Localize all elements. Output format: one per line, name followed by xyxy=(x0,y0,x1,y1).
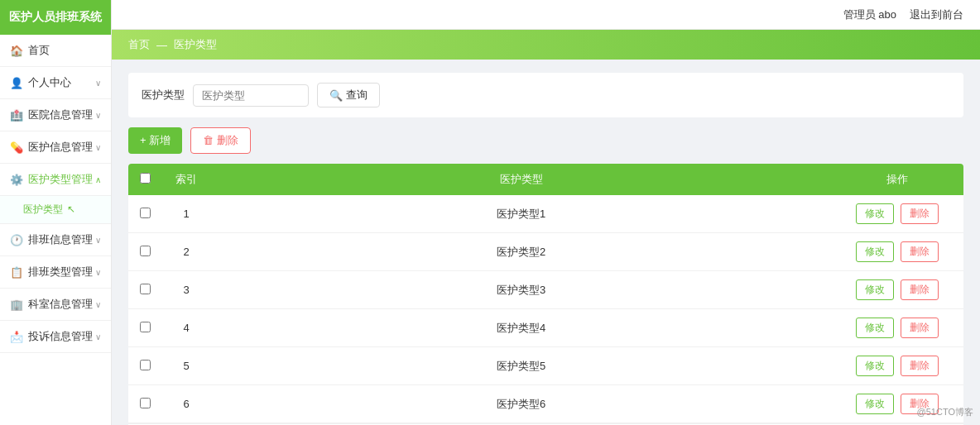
content-area: 医护类型 🔍 查询 + 新增 🗑 删除 xyxy=(112,60,980,425)
batch-delete-button[interactable]: 🗑 删除 xyxy=(190,127,251,154)
row-checkbox[interactable] xyxy=(140,208,151,218)
header-ops: 操作 xyxy=(831,164,963,195)
main-content: 管理员 abo 退出到前台 首页 — 医护类型 医护类型 🔍 查询 + 新增 🗑… xyxy=(112,0,980,425)
row-checkbox-cell xyxy=(128,347,161,385)
delete-row-button[interactable]: 删除 xyxy=(901,203,939,224)
sidebar-sub-label: 医护类型 xyxy=(23,203,63,215)
sidebar-item-complaint[interactable]: 📩 投诉信息管理 ∨ xyxy=(0,321,111,353)
table-row: 5 医护类型5 修改 删除 xyxy=(128,347,963,385)
row-checkbox-cell xyxy=(128,271,161,309)
breadcrumb: 首页 — 医护类型 xyxy=(112,30,980,60)
edit-button[interactable]: 修改 xyxy=(856,394,894,414)
row-checkbox-cell xyxy=(128,233,161,271)
sidebar-item-dept[interactable]: 🏢 科室信息管理 ∨ xyxy=(0,289,111,321)
breadcrumb-current: 医护类型 xyxy=(174,37,217,52)
mail-icon: 📩 xyxy=(10,331,23,343)
sidebar-item-complaint-label: 投诉信息管理 xyxy=(28,329,93,344)
cursor-indicator: ↖ xyxy=(67,203,75,215)
add-button[interactable]: + 新增 xyxy=(128,127,182,154)
clock-icon: 🕐 xyxy=(10,234,23,246)
chevron-down-icon-5: ∨ xyxy=(95,236,101,245)
delete-icon: 🗑 xyxy=(203,134,214,146)
row-checkbox[interactable] xyxy=(140,246,151,256)
sidebar-title: 医护人员排班系统 xyxy=(0,0,111,35)
breadcrumb-separator: — xyxy=(156,39,167,51)
row-checkbox[interactable] xyxy=(140,360,151,370)
chevron-down-icon-3: ∨ xyxy=(95,143,101,152)
row-actions: 修改 删除 xyxy=(831,271,963,309)
sidebar-item-nurse-info-label: 医护信息管理 xyxy=(28,140,93,155)
row-checkbox[interactable] xyxy=(140,322,151,332)
sidebar-item-personal-label: 个人中心 xyxy=(28,75,71,90)
delete-row-button[interactable]: 删除 xyxy=(901,356,939,376)
sidebar-item-shift-info[interactable]: 🕐 排班信息管理 ∨ xyxy=(0,224,111,256)
sidebar-item-shift-type-label: 排班类型管理 xyxy=(28,265,93,279)
sidebar-item-hospital[interactable]: 🏥 医院信息管理 ∨ xyxy=(0,99,111,131)
delete-row-button[interactable]: 删除 xyxy=(901,241,939,262)
edit-button[interactable]: 修改 xyxy=(856,318,894,338)
select-all-checkbox[interactable] xyxy=(140,173,151,184)
list-icon: 📋 xyxy=(10,266,23,279)
search-button[interactable]: 🔍 查询 xyxy=(317,83,380,107)
admin-info: 管理员 abo xyxy=(843,7,896,22)
sidebar-item-nurse-info[interactable]: 💊 医护信息管理 ∨ xyxy=(0,131,111,164)
chevron-down-icon: ∨ xyxy=(95,79,101,88)
row-checkbox[interactable] xyxy=(140,398,151,408)
sidebar-item-hospital-label: 医院信息管理 xyxy=(28,107,93,122)
table-row: 1 医护类型1 修改 删除 xyxy=(128,195,963,233)
gear-icon: ⚙️ xyxy=(10,174,23,186)
header-checkbox-col xyxy=(128,164,161,195)
table-row: 4 医护类型4 修改 删除 xyxy=(128,309,963,347)
edit-button[interactable]: 修改 xyxy=(856,356,894,376)
breadcrumb-home[interactable]: 首页 xyxy=(128,37,150,52)
logout-button[interactable]: 退出到前台 xyxy=(910,7,963,22)
row-index: 2 xyxy=(161,233,211,271)
sidebar-item-dept-label: 科室信息管理 xyxy=(28,297,93,312)
batch-delete-label: 删除 xyxy=(217,134,238,146)
filter-label: 医护类型 xyxy=(142,88,185,103)
hospital-icon: 🏥 xyxy=(10,109,23,122)
nurse-icon: 💊 xyxy=(10,141,23,154)
edit-button[interactable]: 修改 xyxy=(856,241,894,262)
row-type: 医护类型1 xyxy=(211,195,831,233)
search-button-label: 查询 xyxy=(346,88,368,103)
data-table: 索引 医护类型 操作 1 医护类型1 修改 删除 2 医护类型2 xyxy=(128,164,963,425)
sidebar-item-shift-info-label: 排班信息管理 xyxy=(28,232,93,247)
row-type: 医护类型3 xyxy=(211,271,831,309)
sidebar-item-home[interactable]: 🏠 首页 xyxy=(0,35,111,67)
chevron-down-icon-8: ∨ xyxy=(95,332,101,341)
edit-button[interactable]: 修改 xyxy=(856,279,894,300)
edit-button[interactable]: 修改 xyxy=(856,203,894,224)
home-icon: 🏠 xyxy=(10,45,23,57)
row-type: 医护类型2 xyxy=(211,233,831,271)
sidebar-item-nurse-type-label: 医护类型管理 xyxy=(28,172,93,187)
sidebar-sub-item-nurse-type[interactable]: 医护类型 ↖ xyxy=(0,196,111,224)
table-row: 2 医护类型2 修改 删除 xyxy=(128,233,963,271)
chevron-up-icon: ∧ xyxy=(95,175,101,184)
sidebar-item-nurse-type[interactable]: ⚙️ 医护类型管理 ∧ xyxy=(0,164,111,196)
table-row: 3 医护类型3 修改 删除 xyxy=(128,271,963,309)
filter-input[interactable] xyxy=(193,84,309,107)
row-type: 医护类型5 xyxy=(211,347,831,385)
row-actions: 修改 删除 xyxy=(831,233,963,271)
row-actions: 修改 删除 xyxy=(831,347,963,385)
row-checkbox[interactable] xyxy=(140,284,151,294)
chevron-down-icon-2: ∨ xyxy=(95,111,101,120)
sidebar: 医护人员排班系统 🏠 首页 👤 个人中心 ∨ 🏥 医院信息管理 ∨ 💊 医护信息… xyxy=(0,0,112,425)
building-icon: 🏢 xyxy=(10,298,23,311)
row-index: 6 xyxy=(161,385,211,423)
row-index: 5 xyxy=(161,347,211,385)
table-row: 6 医护类型6 修改 删除 xyxy=(128,385,963,423)
filter-bar: 医护类型 🔍 查询 xyxy=(128,73,963,117)
delete-row-button[interactable]: 删除 xyxy=(901,279,939,300)
row-type: 医护类型4 xyxy=(211,309,831,347)
action-bar: + 新增 🗑 删除 xyxy=(128,127,963,154)
row-checkbox-cell xyxy=(128,385,161,423)
row-actions: 修改 删除 xyxy=(831,195,963,233)
sidebar-item-personal[interactable]: 👤 个人中心 ∨ xyxy=(0,67,111,99)
row-index: 3 xyxy=(161,271,211,309)
sidebar-item-shift-type[interactable]: 📋 排班类型管理 ∨ xyxy=(0,256,111,289)
sidebar-item-home-label: 首页 xyxy=(28,43,50,58)
delete-row-button[interactable]: 删除 xyxy=(901,318,939,338)
row-checkbox-cell xyxy=(128,195,161,233)
